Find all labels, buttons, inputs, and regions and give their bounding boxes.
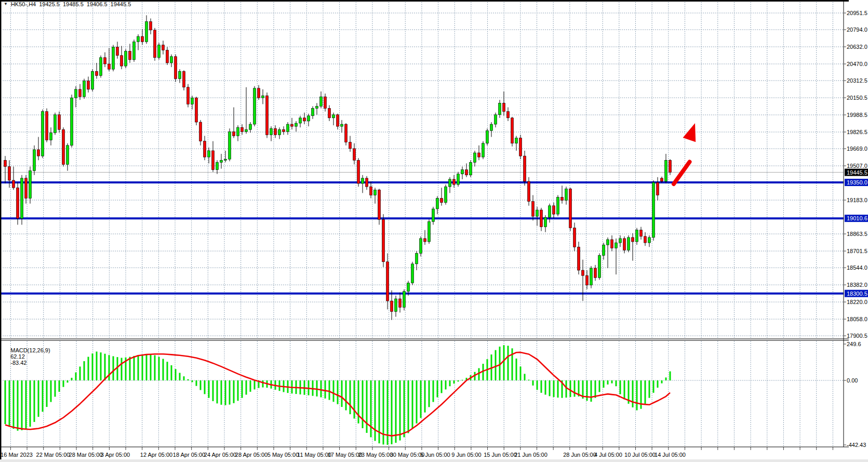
candle	[249, 124, 252, 129]
candle	[611, 240, 613, 248]
candle	[299, 118, 302, 123]
candle	[266, 96, 269, 135]
candle	[220, 160, 223, 162]
candle	[71, 98, 73, 146]
candle	[337, 115, 339, 126]
candle	[457, 174, 460, 184]
candle	[42, 112, 44, 156]
price-badge-label: 19010.6	[847, 215, 867, 221]
candle	[37, 150, 40, 156]
candle	[561, 197, 564, 201]
ohlc-open-value: 19425.5	[39, 1, 60, 7]
candle	[416, 253, 418, 263]
symbol-dropdown-icon[interactable]: ▼	[4, 2, 8, 7]
macd-indicator-label: MACD(12,26,9) 62.12 -83.42	[4, 341, 50, 372]
candle	[283, 129, 285, 131]
price-badge-label: 18300.5	[847, 291, 867, 297]
price-tick-label: 18863.5	[847, 231, 867, 237]
window-bottom-edge	[0, 459, 868, 462]
price-axis: 20951.520794.020632.020470.020312.520150…	[844, 10, 868, 448]
price-tick-label: 20951.5	[847, 10, 867, 16]
candle	[12, 180, 15, 188]
candle	[258, 88, 260, 98]
candle	[436, 199, 439, 209]
candle	[357, 160, 360, 183]
candle	[46, 112, 48, 140]
candle	[208, 151, 210, 157]
candle	[345, 124, 348, 142]
price-tick-label: 19507.0	[847, 163, 867, 169]
candle	[386, 262, 389, 301]
chart-canvas: 20951.520794.020632.020470.020312.520150…	[0, 0, 868, 462]
candle	[578, 247, 580, 270]
price-tick-label: 19669.0	[847, 146, 867, 152]
candle	[141, 36, 144, 42]
candle	[129, 51, 131, 60]
candle	[540, 210, 543, 227]
candle	[83, 81, 86, 97]
candle	[195, 98, 198, 122]
candle	[569, 189, 572, 228]
date-tick-label: 28 Mar 05:00	[69, 452, 103, 458]
candle	[224, 159, 227, 160]
date-tick-label: 5 Jun 05:00	[420, 452, 450, 458]
candle	[424, 239, 426, 242]
candle	[291, 124, 293, 126]
candle	[87, 81, 90, 89]
candle	[295, 123, 298, 126]
candle	[370, 187, 372, 195]
candle	[461, 170, 464, 174]
candle	[636, 230, 638, 242]
candle	[183, 71, 185, 87]
date-tick-label: 11 May 05:00	[297, 452, 331, 458]
candle	[179, 71, 181, 78]
date-tick-label: 22 Mar 05:00	[36, 452, 70, 458]
candle	[590, 268, 593, 285]
date-tick-label: 24 Apr 05:00	[204, 452, 236, 458]
candle	[669, 160, 672, 172]
date-tick-label: 3 Apr 05:00	[101, 452, 130, 458]
candle	[362, 178, 364, 183]
candle	[75, 89, 77, 98]
candle	[104, 58, 106, 64]
candle	[341, 124, 343, 126]
candle	[449, 179, 451, 187]
candle	[549, 206, 551, 217]
date-tick-label: 12 Apr 05:00	[140, 452, 172, 458]
candle	[154, 30, 156, 58]
macd-main-value: 62.12	[10, 353, 25, 360]
candle	[320, 97, 323, 106]
candle	[253, 88, 256, 124]
candle	[332, 115, 335, 118]
candle	[158, 45, 161, 57]
candle	[598, 256, 601, 278]
candle	[150, 22, 152, 30]
candle	[29, 171, 32, 199]
candle	[33, 150, 36, 171]
candle	[399, 299, 402, 307]
candle	[582, 270, 584, 275]
candle	[432, 209, 435, 221]
candle	[391, 301, 393, 311]
candle	[4, 160, 7, 166]
ohlc-high-value: 19485.5	[63, 1, 84, 7]
arrow-head-icon[interactable]	[683, 123, 696, 142]
macd-signal-value: -83.42	[10, 360, 26, 366]
candle	[490, 124, 493, 130]
candle	[420, 239, 422, 254]
price-badge-label: 19445.5	[847, 169, 867, 176]
ohlc-close-value: 19445.5	[111, 1, 131, 7]
candle	[133, 42, 136, 60]
candle	[573, 228, 576, 247]
price-badge-label: 19350.0	[847, 179, 867, 186]
candle	[233, 131, 235, 136]
candle	[632, 237, 634, 242]
grid-layer	[3, 2, 844, 450]
candle	[440, 199, 443, 203]
candle	[661, 178, 663, 181]
arrow-shaft[interactable]	[674, 162, 690, 184]
candles-layer	[4, 15, 672, 320]
candle	[536, 210, 539, 216]
candle	[62, 129, 65, 164]
candle	[112, 47, 115, 69]
